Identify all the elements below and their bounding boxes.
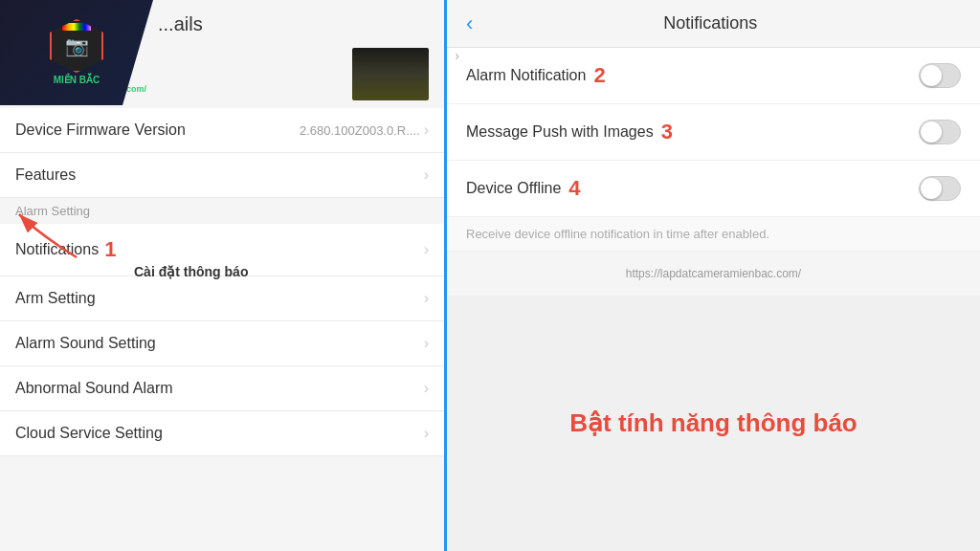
thumbnail-image [352, 48, 429, 100]
message-push-badge: 3 [661, 120, 673, 144]
alarm-notification-badge: 2 [593, 63, 605, 88]
firmware-label: Device Firmware Version [15, 121, 186, 139]
abnormal-sound-chevron-icon: › [424, 380, 429, 397]
message-push-label: Message Push with Images [466, 123, 654, 141]
alarm-notification-label: Alarm Notification [466, 67, 586, 84]
device-offline-toggle[interactable] [919, 176, 961, 201]
bottom-text-area: Bật tính năng thông báo [447, 296, 980, 551]
alarm-notification-toggle[interactable] [919, 63, 961, 88]
features-label: Features [15, 166, 76, 184]
logo-hexagon: 📷 [50, 19, 103, 73]
left-header-title: ...ails [158, 13, 203, 35]
logo-text: MIỀN BẮC [54, 75, 100, 86]
cloud-service-chevron-icon: › [424, 425, 429, 442]
alarm-sound-label: Alarm Sound Setting [15, 335, 156, 352]
device-offline-item: Device Offline 4 [447, 161, 980, 217]
back-button[interactable]: ‹ [466, 11, 473, 36]
arrow-svg [10, 205, 86, 262]
abnormal-sound-item[interactable]: Abnormal Sound Alarm › [0, 366, 444, 411]
firmware-right: 2.680.100Z003.0.R.... › [300, 121, 429, 139]
firmware-value: 2.680.100Z003.0.R.... [300, 123, 420, 138]
offline-description: Receive device offline notification in t… [447, 217, 980, 252]
message-push-label-row: Message Push with Images 3 [466, 120, 673, 144]
alarm-notification-item: Alarm Notification 2 [447, 48, 980, 104]
message-push-toggle[interactable] [919, 120, 961, 144]
arm-setting-item[interactable]: Arm Setting › [0, 276, 444, 321]
right-header: ‹ Notifications [447, 0, 980, 48]
alarm-sound-item[interactable]: Alarm Sound Setting › [0, 321, 444, 366]
abnormal-sound-label: Abnormal Sound Alarm [15, 380, 173, 397]
camera-thumbnail[interactable] [352, 48, 429, 100]
notifications-badge: 1 [104, 237, 116, 262]
website-url: https://lapdatcameramienbac.com/ [447, 252, 980, 296]
left-panel: 📷 MIỀN BẮC https://lapdatcameramienbac.c… [0, 0, 447, 551]
message-push-item: Message Push with Images 3 [447, 104, 980, 161]
bottom-bold-label: Bật tính năng thông báo [569, 408, 858, 438]
firmware-item: Device Firmware Version 2.680.100Z003.0.… [0, 108, 444, 153]
camera-icon: 📷 [65, 34, 89, 57]
annotation-text: Cài đặt thông báo [134, 264, 248, 279]
cloud-service-label: Cloud Service Setting [15, 425, 163, 442]
cloud-service-item[interactable]: Cloud Service Setting › [0, 411, 444, 456]
right-panel: ‹ Notifications Alarm Notification 2 Mes… [447, 0, 980, 551]
firmware-chevron-icon: › [424, 121, 429, 139]
features-chevron-icon: › [424, 166, 429, 184]
arm-setting-chevron-icon: › [424, 290, 429, 307]
alarm-sound-chevron-icon: › [424, 335, 429, 352]
thumbnail-chevron-icon: › [455, 48, 459, 63]
alarm-notification-label-row: Alarm Notification 2 [466, 63, 606, 88]
device-offline-badge: 4 [568, 176, 580, 201]
arm-setting-label: Arm Setting [15, 290, 96, 307]
device-offline-label-row: Device Offline 4 [466, 176, 581, 201]
features-item[interactable]: Features › [0, 153, 444, 198]
device-offline-label: Device Offline [466, 180, 561, 197]
notifications-item[interactable]: Notifications 1 › Cài đặt thông báo [0, 224, 444, 276]
right-title: Notifications [488, 13, 932, 33]
notifications-chevron-icon: › [424, 241, 429, 258]
logo-rainbow [62, 23, 91, 31]
